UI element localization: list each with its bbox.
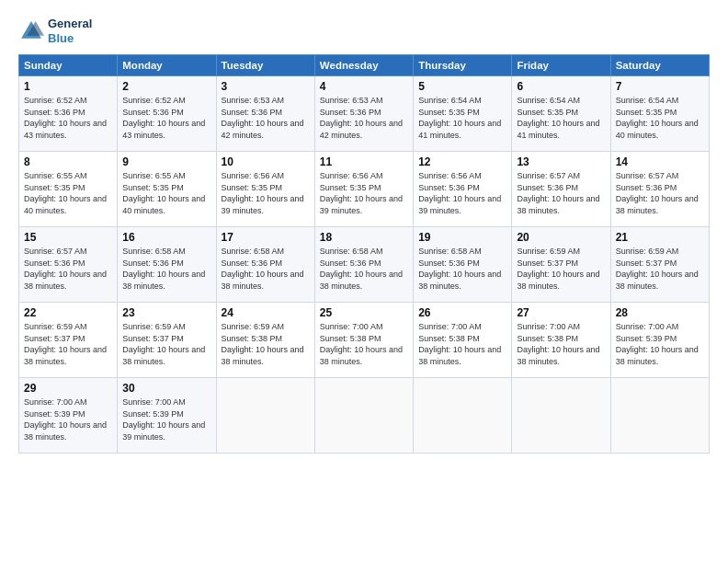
calendar-cell: 11Sunrise: 6:56 AMSunset: 5:35 PMDayligh… bbox=[314, 152, 413, 227]
calendar-cell: 17Sunrise: 6:58 AMSunset: 5:36 PMDayligh… bbox=[216, 227, 314, 303]
day-number: 1 bbox=[24, 80, 112, 93]
calendar-cell: 13Sunrise: 6:57 AMSunset: 5:36 PMDayligh… bbox=[512, 152, 610, 227]
day-info: Sunrise: 7:00 AMSunset: 5:39 PMDaylight:… bbox=[122, 396, 210, 442]
day-info: Sunrise: 6:58 AMSunset: 5:36 PMDaylight:… bbox=[320, 246, 408, 292]
day-number: 27 bbox=[517, 306, 605, 319]
logo: General Blue bbox=[18, 17, 92, 45]
calendar-cell: 4Sunrise: 6:53 AMSunset: 5:36 PMDaylight… bbox=[314, 76, 413, 152]
day-info: Sunrise: 7:00 AMSunset: 5:39 PMDaylight:… bbox=[24, 396, 112, 442]
day-info: Sunrise: 6:58 AMSunset: 5:36 PMDaylight:… bbox=[122, 246, 210, 292]
calendar-cell: 30Sunrise: 7:00 AMSunset: 5:39 PMDayligh… bbox=[118, 378, 216, 454]
calendar-cell: 16Sunrise: 6:58 AMSunset: 5:36 PMDayligh… bbox=[118, 227, 216, 303]
day-info: Sunrise: 6:56 AMSunset: 5:36 PMDaylight:… bbox=[418, 170, 506, 216]
weekday-header-tuesday: Tuesday bbox=[216, 55, 314, 76]
logo-icon bbox=[18, 18, 44, 44]
calendar-week-2: 15Sunrise: 6:57 AMSunset: 5:36 PMDayligh… bbox=[19, 227, 710, 303]
day-number: 19 bbox=[418, 231, 506, 244]
day-info: Sunrise: 6:57 AMSunset: 5:36 PMDaylight:… bbox=[616, 170, 704, 216]
calendar-cell bbox=[414, 378, 512, 454]
day-info: Sunrise: 6:58 AMSunset: 5:36 PMDaylight:… bbox=[222, 246, 310, 292]
calendar-cell: 12Sunrise: 6:56 AMSunset: 5:36 PMDayligh… bbox=[414, 152, 512, 227]
weekday-header-monday: Monday bbox=[118, 55, 216, 76]
day-info: Sunrise: 6:56 AMSunset: 5:35 PMDaylight:… bbox=[222, 170, 310, 216]
weekday-header-friday: Friday bbox=[512, 55, 610, 76]
day-info: Sunrise: 6:55 AMSunset: 5:35 PMDaylight:… bbox=[24, 170, 112, 216]
day-info: Sunrise: 6:53 AMSunset: 5:36 PMDaylight:… bbox=[222, 95, 310, 141]
calendar-cell: 3Sunrise: 6:53 AMSunset: 5:36 PMDaylight… bbox=[216, 76, 314, 152]
calendar-cell: 1Sunrise: 6:52 AMSunset: 5:36 PMDaylight… bbox=[19, 76, 118, 152]
day-number: 14 bbox=[616, 155, 704, 168]
day-info: Sunrise: 7:00 AMSunset: 5:38 PMDaylight:… bbox=[517, 321, 605, 367]
day-info: Sunrise: 6:54 AMSunset: 5:35 PMDaylight:… bbox=[517, 95, 605, 141]
day-number: 23 bbox=[122, 306, 210, 319]
calendar-cell: 6Sunrise: 6:54 AMSunset: 5:35 PMDaylight… bbox=[512, 76, 610, 152]
day-info: Sunrise: 6:52 AMSunset: 5:36 PMDaylight:… bbox=[24, 95, 112, 141]
calendar-cell: 8Sunrise: 6:55 AMSunset: 5:35 PMDaylight… bbox=[19, 152, 118, 227]
calendar-cell bbox=[314, 378, 413, 454]
calendar-cell: 2Sunrise: 6:52 AMSunset: 5:36 PMDaylight… bbox=[118, 76, 216, 152]
logo-text-general: General bbox=[48, 17, 92, 31]
calendar-cell: 29Sunrise: 7:00 AMSunset: 5:39 PMDayligh… bbox=[19, 378, 118, 454]
day-info: Sunrise: 6:59 AMSunset: 5:38 PMDaylight:… bbox=[222, 321, 310, 367]
day-info: Sunrise: 6:54 AMSunset: 5:35 PMDaylight:… bbox=[616, 95, 704, 141]
day-info: Sunrise: 6:57 AMSunset: 5:36 PMDaylight:… bbox=[517, 170, 605, 216]
day-number: 30 bbox=[122, 382, 210, 395]
calendar-cell: 27Sunrise: 7:00 AMSunset: 5:38 PMDayligh… bbox=[512, 303, 610, 378]
weekday-header-sunday: Sunday bbox=[19, 55, 118, 76]
day-number: 21 bbox=[616, 231, 704, 244]
calendar-cell: 7Sunrise: 6:54 AMSunset: 5:35 PMDaylight… bbox=[610, 76, 709, 152]
day-number: 24 bbox=[222, 306, 310, 319]
calendar-cell: 23Sunrise: 6:59 AMSunset: 5:37 PMDayligh… bbox=[118, 303, 216, 378]
day-number: 17 bbox=[222, 231, 310, 244]
day-info: Sunrise: 7:00 AMSunset: 5:38 PMDaylight:… bbox=[418, 321, 506, 367]
calendar-cell: 9Sunrise: 6:55 AMSunset: 5:35 PMDaylight… bbox=[118, 152, 216, 227]
day-number: 13 bbox=[517, 155, 605, 168]
calendar-cell bbox=[610, 378, 709, 454]
calendar-cell: 26Sunrise: 7:00 AMSunset: 5:38 PMDayligh… bbox=[414, 303, 512, 378]
calendar-cell: 20Sunrise: 6:59 AMSunset: 5:37 PMDayligh… bbox=[512, 227, 610, 303]
calendar-cell: 22Sunrise: 6:59 AMSunset: 5:37 PMDayligh… bbox=[19, 303, 118, 378]
day-info: Sunrise: 6:57 AMSunset: 5:36 PMDaylight:… bbox=[24, 246, 112, 292]
day-number: 2 bbox=[122, 80, 210, 93]
calendar-cell: 24Sunrise: 6:59 AMSunset: 5:38 PMDayligh… bbox=[216, 303, 314, 378]
calendar-cell: 10Sunrise: 6:56 AMSunset: 5:35 PMDayligh… bbox=[216, 152, 314, 227]
day-info: Sunrise: 6:56 AMSunset: 5:35 PMDaylight:… bbox=[320, 170, 408, 216]
calendar-cell: 21Sunrise: 6:59 AMSunset: 5:37 PMDayligh… bbox=[610, 227, 709, 303]
day-number: 4 bbox=[320, 80, 408, 93]
day-number: 25 bbox=[320, 306, 408, 319]
day-info: Sunrise: 6:59 AMSunset: 5:37 PMDaylight:… bbox=[24, 321, 112, 367]
day-number: 18 bbox=[320, 231, 408, 244]
calendar-cell: 19Sunrise: 6:58 AMSunset: 5:36 PMDayligh… bbox=[414, 227, 512, 303]
day-info: Sunrise: 6:59 AMSunset: 5:37 PMDaylight:… bbox=[122, 321, 210, 367]
day-number: 12 bbox=[418, 155, 506, 168]
day-info: Sunrise: 7:00 AMSunset: 5:38 PMDaylight:… bbox=[320, 321, 408, 367]
day-number: 10 bbox=[222, 155, 310, 168]
calendar-week-3: 22Sunrise: 6:59 AMSunset: 5:37 PMDayligh… bbox=[19, 303, 710, 378]
day-info: Sunrise: 6:55 AMSunset: 5:35 PMDaylight:… bbox=[122, 170, 210, 216]
day-number: 28 bbox=[616, 306, 704, 319]
calendar-week-1: 8Sunrise: 6:55 AMSunset: 5:35 PMDaylight… bbox=[19, 152, 710, 227]
day-info: Sunrise: 6:59 AMSunset: 5:37 PMDaylight:… bbox=[517, 246, 605, 292]
day-number: 5 bbox=[418, 80, 506, 93]
calendar-cell bbox=[216, 378, 314, 454]
day-number: 11 bbox=[320, 155, 408, 168]
calendar-cell: 5Sunrise: 6:54 AMSunset: 5:35 PMDaylight… bbox=[414, 76, 512, 152]
calendar-table: SundayMondayTuesdayWednesdayThursdayFrid… bbox=[18, 54, 710, 454]
weekday-header-saturday: Saturday bbox=[610, 55, 709, 76]
day-number: 6 bbox=[517, 80, 605, 93]
header: General Blue bbox=[18, 17, 710, 45]
calendar-page: General Blue SundayMondayTuesdayWednesda… bbox=[0, 0, 728, 563]
day-info: Sunrise: 6:53 AMSunset: 5:36 PMDaylight:… bbox=[320, 95, 408, 141]
day-number: 16 bbox=[122, 231, 210, 244]
day-number: 8 bbox=[24, 155, 112, 168]
day-number: 22 bbox=[24, 306, 112, 319]
weekday-header-thursday: Thursday bbox=[414, 55, 512, 76]
calendar-cell: 15Sunrise: 6:57 AMSunset: 5:36 PMDayligh… bbox=[19, 227, 118, 303]
calendar-cell: 14Sunrise: 6:57 AMSunset: 5:36 PMDayligh… bbox=[610, 152, 709, 227]
day-info: Sunrise: 6:54 AMSunset: 5:35 PMDaylight:… bbox=[418, 95, 506, 141]
calendar-week-4: 29Sunrise: 7:00 AMSunset: 5:39 PMDayligh… bbox=[19, 378, 710, 454]
day-info: Sunrise: 6:58 AMSunset: 5:36 PMDaylight:… bbox=[418, 246, 506, 292]
day-number: 20 bbox=[517, 231, 605, 244]
weekday-header-wednesday: Wednesday bbox=[314, 55, 413, 76]
day-number: 26 bbox=[418, 306, 506, 319]
